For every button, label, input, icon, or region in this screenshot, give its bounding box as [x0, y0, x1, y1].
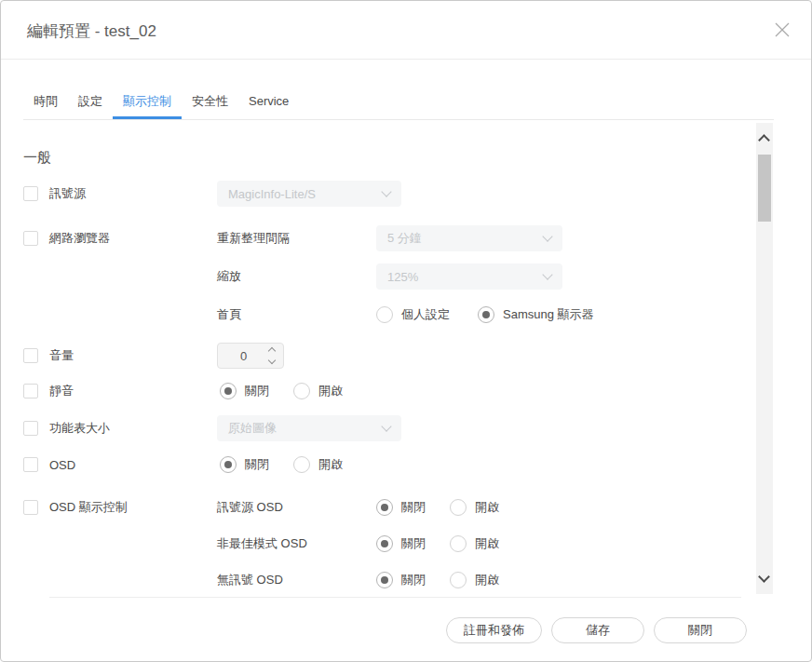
radio-selected-icon[interactable] [376, 535, 393, 552]
home-page-samsung-option[interactable]: Samsung 顯示器 [478, 306, 594, 323]
chevron-down-icon [381, 186, 391, 196]
radio-unselected-icon[interactable] [293, 456, 310, 473]
mute-label: 靜音 [49, 383, 74, 399]
tab-time[interactable]: 時間 [23, 93, 68, 119]
not-optimum-mode-osd-off-option[interactable]: 關閉 [376, 535, 426, 552]
radio-selected-icon[interactable] [220, 456, 237, 473]
source-osd-off-option[interactable]: 關閉 [376, 499, 426, 516]
menu-size-value: 原始圖像 [228, 420, 277, 437]
volume-row: 音量 0 [23, 342, 733, 370]
tab-security[interactable]: 安全性 [182, 93, 238, 119]
section-heading-general: 一般 [23, 143, 51, 171]
signal-source-value: MagicInfo-Lite/S [228, 187, 316, 201]
no-signal-osd-on-option[interactable]: 開啟 [450, 572, 499, 588]
refresh-interval-dropdown[interactable]: 5 分鐘 [376, 225, 562, 251]
refresh-interval-label: 重新整理間隔 [217, 230, 290, 247]
menu-size-label: 功能表大小 [49, 420, 110, 437]
radio-unselected-icon[interactable] [376, 306, 393, 323]
chevron-down-icon [542, 231, 552, 241]
volume-label: 音量 [49, 347, 74, 364]
source-osd-on-option[interactable]: 開啟 [450, 499, 499, 516]
osd-display-control-label: OSD 顯示控制 [49, 499, 128, 516]
scrollbar-thumb[interactable] [758, 155, 771, 222]
refresh-interval-value: 5 分鐘 [387, 230, 422, 247]
signal-source-checkbox[interactable] [23, 186, 38, 201]
close-icon[interactable] [774, 21, 791, 38]
osd-on-option[interactable]: 開啟 [293, 456, 343, 473]
signal-source-label: 訊號源 [49, 185, 86, 202]
no-signal-osd-off-option[interactable]: 關閉 [376, 572, 426, 588]
zoom-dropdown[interactable]: 125% [376, 263, 562, 290]
register-publish-button[interactable]: 註冊和發佈 [446, 617, 542, 643]
close-button[interactable]: 關閉 [654, 617, 747, 643]
tab-service[interactable]: Service [238, 93, 299, 119]
display-control-panel: 一般 訊號源 MagicInfo-Lite/S 網路瀏覽器 重新整理間隔 5 分… [1, 120, 774, 597]
scroll-down-icon[interactable] [758, 571, 770, 583]
not-optimum-mode-osd-row: 非最佳模式 OSD 關閉 開啟 [23, 530, 733, 558]
web-browser-checkbox[interactable] [23, 231, 38, 246]
zoom-value: 125% [387, 270, 418, 284]
not-optimum-mode-osd-label: 非最佳模式 OSD [217, 535, 307, 552]
osd-display-control-checkbox[interactable] [23, 500, 38, 515]
header-divider [1, 59, 812, 60]
radio-selected-icon[interactable] [220, 383, 237, 399]
stepper-down-icon[interactable] [268, 357, 276, 364]
mute-off-option[interactable]: 關閉 [220, 383, 269, 399]
scroll-up-icon[interactable] [758, 134, 770, 146]
source-osd-label: 訊號源 OSD [217, 499, 283, 516]
edit-preset-dialog: 編輯預置 - test_02 時間 設定 顯示控制 安全性 Service 一般… [0, 0, 812, 662]
save-button[interactable]: 儲存 [551, 617, 644, 643]
stepper-up-icon[interactable] [268, 347, 276, 355]
menu-size-row: 功能表大小 原始圖像 [23, 414, 733, 442]
signal-source-row: 訊號源 MagicInfo-Lite/S [23, 180, 733, 208]
mute-row: 靜音 關閉 開啟 [23, 377, 733, 405]
menu-size-dropdown[interactable]: 原始圖像 [217, 415, 401, 441]
radio-unselected-icon[interactable] [450, 535, 467, 552]
radio-unselected-icon[interactable] [293, 383, 310, 399]
not-optimum-mode-osd-on-option[interactable]: 開啟 [450, 535, 499, 552]
vertical-scrollbar[interactable] [756, 123, 773, 594]
osd-display-control-row: OSD 顯示控制 訊號源 OSD 關閉 開啟 [23, 493, 733, 521]
zoom-row: 縮放 125% [23, 263, 733, 290]
zoom-label: 縮放 [217, 268, 241, 285]
menu-size-checkbox[interactable] [23, 421, 38, 436]
chevron-down-icon [381, 421, 391, 431]
chevron-down-icon [542, 269, 552, 279]
signal-source-dropdown[interactable]: MagicInfo-Lite/S [217, 181, 401, 207]
section-divider [49, 597, 741, 598]
web-browser-row: 網路瀏覽器 重新整理間隔 5 分鐘 [23, 224, 733, 252]
home-page-personal-option[interactable]: 個人設定 [376, 306, 450, 323]
home-page-row: 首頁 個人設定 Samsung 顯示器 [23, 301, 733, 329]
tab-bar: 時間 設定 顯示控制 安全性 Service [23, 93, 299, 119]
mute-checkbox[interactable] [23, 384, 38, 399]
radio-selected-icon[interactable] [478, 306, 494, 323]
radio-unselected-icon[interactable] [450, 499, 467, 516]
no-signal-osd-label: 無訊號 OSD [217, 572, 283, 588]
radio-selected-icon[interactable] [376, 572, 393, 588]
tab-display-control[interactable]: 顯示控制 [113, 93, 182, 119]
tab-settings[interactable]: 設定 [68, 93, 113, 119]
osd-off-option[interactable]: 關閉 [220, 456, 269, 473]
volume-checkbox[interactable] [23, 348, 38, 363]
volume-value: 0 [218, 349, 269, 363]
volume-stepper[interactable]: 0 [217, 343, 284, 369]
footer-buttons: 註冊和發佈 儲存 關閉 [446, 617, 747, 643]
dialog-title: 編輯預置 - test_02 [27, 20, 156, 42]
osd-row: OSD 關閉 開啟 [23, 451, 733, 479]
no-signal-osd-row: 無訊號 OSD 關閉 開啟 [23, 566, 733, 594]
osd-label: OSD [49, 458, 75, 472]
web-browser-label: 網路瀏覽器 [49, 230, 110, 247]
osd-checkbox[interactable] [23, 457, 38, 472]
mute-on-option[interactable]: 開啟 [293, 383, 343, 399]
radio-selected-icon[interactable] [376, 499, 393, 516]
home-page-label: 首頁 [217, 306, 241, 323]
radio-unselected-icon[interactable] [450, 572, 467, 588]
